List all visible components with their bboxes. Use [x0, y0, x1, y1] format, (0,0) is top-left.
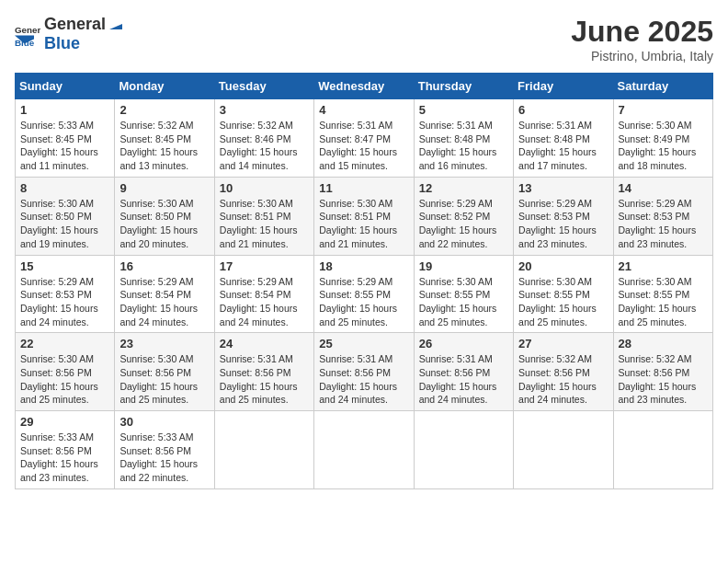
calendar-day-cell: 7 Sunrise: 5:30 AMSunset: 8:49 PMDayligh…: [613, 99, 712, 178]
day-number: 18: [319, 259, 408, 273]
calendar-day-cell: 4 Sunrise: 5:31 AMSunset: 8:47 PMDayligh…: [314, 99, 414, 178]
day-info: Sunrise: 5:30 AMSunset: 8:50 PMDaylight:…: [20, 197, 109, 251]
day-number: 5: [419, 103, 508, 117]
day-info: Sunrise: 5:32 AMSunset: 8:46 PMDaylight:…: [220, 119, 309, 173]
day-info: Sunrise: 5:29 AMSunset: 8:53 PMDaylight:…: [518, 197, 608, 251]
header-tuesday: Tuesday: [214, 74, 313, 99]
calendar-day-cell: 1 Sunrise: 5:33 AMSunset: 8:45 PMDayligh…: [16, 99, 115, 178]
day-number: 19: [419, 259, 508, 273]
day-number: 2: [119, 103, 209, 117]
calendar-title-area: June 2025 Pistrino, Umbria, Italy: [571, 15, 713, 63]
day-info: Sunrise: 5:29 AMSunset: 8:54 PMDaylight:…: [220, 275, 309, 329]
day-number: 20: [518, 259, 608, 273]
day-number: 30: [119, 415, 209, 429]
day-number: 9: [119, 181, 209, 195]
day-info: Sunrise: 5:32 AMSunset: 8:56 PMDaylight:…: [619, 352, 708, 407]
location-title: Pistrino, Umbria, Italy: [571, 49, 713, 63]
day-info: Sunrise: 5:31 AMSunset: 8:48 PMDaylight:…: [518, 119, 608, 173]
day-number: 14: [619, 181, 708, 195]
svg-text:Blue: Blue: [15, 38, 35, 47]
calendar-week-row: 29 Sunrise: 5:33 AMSunset: 8:56 PMDaylig…: [16, 411, 713, 489]
calendar-day-cell: 9 Sunrise: 5:30 AMSunset: 8:50 PMDayligh…: [115, 177, 214, 255]
calendar-day-cell: 22 Sunrise: 5:30 AMSunset: 8:56 PMDaylig…: [16, 333, 115, 411]
day-number: 27: [518, 337, 608, 350]
logo: General Blue General Blue: [15, 15, 124, 53]
day-number: 21: [619, 259, 708, 273]
day-info: Sunrise: 5:29 AMSunset: 8:52 PMDaylight:…: [419, 197, 508, 251]
day-info: Sunrise: 5:29 AMSunset: 8:55 PMDaylight:…: [319, 275, 408, 329]
day-info: Sunrise: 5:29 AMSunset: 8:53 PMDaylight:…: [20, 275, 109, 329]
calendar-day-cell: [613, 411, 712, 489]
day-info: Sunrise: 5:29 AMSunset: 8:53 PMDaylight:…: [619, 197, 708, 251]
svg-marker-3: [109, 24, 122, 29]
day-info: Sunrise: 5:31 AMSunset: 8:47 PMDaylight:…: [319, 119, 408, 173]
calendar-day-cell: 15 Sunrise: 5:29 AMSunset: 8:53 PMDaylig…: [16, 255, 115, 333]
day-number: 28: [619, 337, 708, 350]
day-info: Sunrise: 5:31 AMSunset: 8:56 PMDaylight:…: [319, 352, 408, 407]
day-info: Sunrise: 5:30 AMSunset: 8:50 PMDaylight:…: [119, 197, 209, 251]
logo-triangle-icon: [108, 17, 124, 33]
day-number: 7: [619, 103, 708, 117]
calendar-day-cell: 16 Sunrise: 5:29 AMSunset: 8:54 PMDaylig…: [115, 255, 214, 333]
day-number: 26: [419, 337, 508, 350]
day-info: Sunrise: 5:31 AMSunset: 8:56 PMDaylight:…: [220, 352, 309, 407]
calendar-day-cell: 26 Sunrise: 5:31 AMSunset: 8:56 PMDaylig…: [414, 333, 513, 411]
calendar-day-cell: 12 Sunrise: 5:29 AMSunset: 8:52 PMDaylig…: [414, 177, 513, 255]
header-monday: Monday: [115, 74, 214, 99]
calendar-week-row: 15 Sunrise: 5:29 AMSunset: 8:53 PMDaylig…: [16, 255, 713, 333]
logo-icon: General Blue: [15, 21, 40, 47]
day-info: Sunrise: 5:31 AMSunset: 8:56 PMDaylight:…: [419, 352, 508, 407]
day-number: 17: [220, 259, 309, 273]
logo-blue: Blue: [44, 34, 80, 52]
day-number: 8: [20, 181, 109, 195]
day-info: Sunrise: 5:32 AMSunset: 8:45 PMDaylight:…: [119, 119, 209, 173]
calendar-day-cell: 11 Sunrise: 5:30 AMSunset: 8:51 PMDaylig…: [314, 177, 414, 255]
day-number: 6: [518, 103, 608, 117]
day-info: Sunrise: 5:30 AMSunset: 8:51 PMDaylight:…: [220, 197, 309, 251]
calendar-day-cell: 3 Sunrise: 5:32 AMSunset: 8:46 PMDayligh…: [214, 99, 313, 178]
calendar-day-cell: 8 Sunrise: 5:30 AMSunset: 8:50 PMDayligh…: [16, 177, 115, 255]
calendar-day-cell: [214, 411, 313, 489]
logo-general: General: [44, 15, 106, 34]
calendar-day-cell: [514, 411, 613, 489]
header-thursday: Thursday: [414, 74, 513, 99]
day-number: 10: [220, 181, 309, 195]
calendar-day-cell: 10 Sunrise: 5:30 AMSunset: 8:51 PMDaylig…: [214, 177, 313, 255]
calendar-week-row: 1 Sunrise: 5:33 AMSunset: 8:45 PMDayligh…: [16, 99, 713, 178]
day-info: Sunrise: 5:30 AMSunset: 8:55 PMDaylight:…: [619, 275, 708, 329]
day-number: 11: [319, 181, 408, 195]
day-info: Sunrise: 5:30 AMSunset: 8:51 PMDaylight:…: [319, 197, 408, 251]
day-number: 3: [220, 103, 309, 117]
day-number: 16: [119, 259, 209, 273]
day-number: 29: [20, 415, 109, 429]
day-number: 13: [518, 181, 608, 195]
header-wednesday: Wednesday: [314, 74, 414, 99]
month-title: June 2025: [571, 15, 713, 49]
day-number: 12: [419, 181, 508, 195]
calendar-day-cell: [314, 411, 414, 489]
calendar-day-cell: 20 Sunrise: 5:30 AMSunset: 8:55 PMDaylig…: [514, 255, 613, 333]
calendar-day-cell: 2 Sunrise: 5:32 AMSunset: 8:45 PMDayligh…: [115, 99, 214, 178]
day-number: 15: [20, 259, 109, 273]
header-sunday: Sunday: [16, 74, 115, 99]
calendar-day-cell: 13 Sunrise: 5:29 AMSunset: 8:53 PMDaylig…: [514, 177, 613, 255]
day-number: 4: [319, 103, 408, 117]
calendar-day-cell: 19 Sunrise: 5:30 AMSunset: 8:55 PMDaylig…: [414, 255, 513, 333]
day-number: 24: [220, 337, 309, 350]
calendar-day-cell: 27 Sunrise: 5:32 AMSunset: 8:56 PMDaylig…: [514, 333, 613, 411]
calendar-day-cell: 30 Sunrise: 5:33 AMSunset: 8:56 PMDaylig…: [115, 411, 214, 489]
day-info: Sunrise: 5:29 AMSunset: 8:54 PMDaylight:…: [119, 275, 209, 329]
day-info: Sunrise: 5:33 AMSunset: 8:45 PMDaylight:…: [20, 119, 109, 173]
header-saturday: Saturday: [613, 74, 712, 99]
day-number: 1: [20, 103, 109, 117]
calendar-week-row: 22 Sunrise: 5:30 AMSunset: 8:56 PMDaylig…: [16, 333, 713, 411]
day-info: Sunrise: 5:33 AMSunset: 8:56 PMDaylight:…: [20, 431, 109, 485]
calendar-day-cell: 18 Sunrise: 5:29 AMSunset: 8:55 PMDaylig…: [314, 255, 414, 333]
day-info: Sunrise: 5:30 AMSunset: 8:49 PMDaylight:…: [619, 119, 708, 173]
calendar-day-cell: 29 Sunrise: 5:33 AMSunset: 8:56 PMDaylig…: [16, 411, 115, 489]
calendar-header-row: Sunday Monday Tuesday Wednesday Thursday…: [16, 74, 713, 99]
day-info: Sunrise: 5:30 AMSunset: 8:56 PMDaylight:…: [119, 352, 209, 407]
calendar-day-cell: 5 Sunrise: 5:31 AMSunset: 8:48 PMDayligh…: [414, 99, 513, 178]
day-info: Sunrise: 5:30 AMSunset: 8:55 PMDaylight:…: [518, 275, 608, 329]
day-info: Sunrise: 5:31 AMSunset: 8:48 PMDaylight:…: [419, 119, 508, 173]
